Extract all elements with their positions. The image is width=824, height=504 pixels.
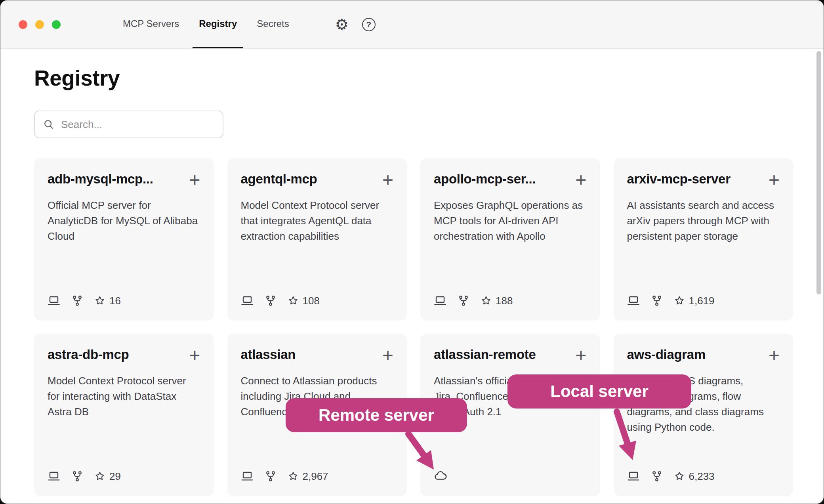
star-rating: 108 xyxy=(288,295,320,307)
star-count: 1,619 xyxy=(689,295,715,307)
add-server-button[interactable]: + xyxy=(189,172,200,187)
laptop-icon xyxy=(48,294,60,307)
laptop-icon xyxy=(48,470,60,483)
fork-icon xyxy=(71,470,83,482)
add-server-button[interactable]: + xyxy=(382,348,393,363)
laptop-icon xyxy=(241,470,254,483)
server-card: aws-diagram + Generate AWS diagrams, seq… xyxy=(614,334,793,496)
server-description: Model Context Protocol server that integ… xyxy=(241,198,394,244)
search-input[interactable] xyxy=(61,118,215,131)
main-tabs: MCP Servers Registry Secrets xyxy=(113,0,299,48)
laptop-icon xyxy=(627,294,640,307)
server-card: apollo-mcp-ser... + Exposes GraphQL oper… xyxy=(420,158,600,321)
zoom-button[interactable] xyxy=(52,20,61,29)
star-count: 2,967 xyxy=(303,470,328,483)
server-card: astra-db-mcp + Model Context Protocol se… xyxy=(34,334,214,496)
titlebar: MCP Servers Registry Secrets ⚙ ? xyxy=(0,0,824,49)
server-description: Exposes GraphQL operations as MCP tools … xyxy=(434,198,587,244)
help-icon: ? xyxy=(362,18,376,31)
search-box xyxy=(34,111,223,138)
add-server-button[interactable]: + xyxy=(769,172,780,187)
traffic-lights xyxy=(19,0,61,48)
settings-button[interactable]: ⚙ xyxy=(335,17,349,32)
fork-icon xyxy=(458,295,469,307)
star-icon xyxy=(288,295,299,306)
server-name: astra-db-mcp xyxy=(48,347,129,362)
help-button[interactable]: ? xyxy=(362,18,376,31)
server-name: aws-diagram xyxy=(627,347,706,362)
star-rating: 16 xyxy=(94,295,121,307)
local-server-annotation: Local server xyxy=(507,374,691,409)
star-rating: 188 xyxy=(481,295,513,307)
star-rating: 2,967 xyxy=(288,470,328,483)
server-description: AI assistants search and access arXiv pa… xyxy=(627,198,780,244)
star-rating: 1,619 xyxy=(674,295,715,307)
star-count: 16 xyxy=(109,295,121,307)
star-icon xyxy=(288,471,299,482)
vertical-scrollbar[interactable] xyxy=(816,51,821,294)
server-description: Official MCP server for AnalyticDB for M… xyxy=(48,198,200,244)
gear-icon: ⚙ xyxy=(335,17,349,32)
add-server-button[interactable]: + xyxy=(189,348,200,363)
star-count: 108 xyxy=(303,295,320,307)
server-card: adb-mysql-mcp... + Official MCP server f… xyxy=(34,158,214,321)
server-name: adb-mysql-mcp... xyxy=(48,172,153,187)
add-server-button[interactable]: + xyxy=(575,348,586,363)
laptop-icon xyxy=(241,294,254,307)
laptop-icon xyxy=(627,470,640,483)
star-icon xyxy=(674,295,685,306)
fork-icon xyxy=(265,470,277,482)
toolbar-divider xyxy=(316,12,316,37)
star-icon xyxy=(481,295,492,306)
star-rating: 29 xyxy=(94,470,121,483)
server-card-grid: adb-mysql-mcp... + Official MCP server f… xyxy=(34,158,793,496)
search-icon xyxy=(43,118,55,130)
star-icon xyxy=(94,471,105,482)
star-icon xyxy=(674,471,685,482)
tab-secrets[interactable]: Secrets xyxy=(250,0,295,48)
fork-icon xyxy=(651,295,663,307)
server-description: Model Context Protocol server for intera… xyxy=(48,373,200,420)
cloud-icon xyxy=(434,469,447,483)
star-icon xyxy=(94,295,105,306)
star-count: 29 xyxy=(109,470,121,483)
server-name: atlassian-remote xyxy=(434,347,536,362)
server-name: agentql-mcp xyxy=(241,172,317,187)
toolbar-actions: ⚙ ? xyxy=(335,0,376,48)
fork-icon xyxy=(265,295,277,307)
add-server-button[interactable]: + xyxy=(769,348,780,363)
laptop-icon xyxy=(434,294,446,307)
server-name: arxiv-mcp-server xyxy=(627,172,731,187)
add-server-button[interactable]: + xyxy=(382,172,393,187)
server-card: arxiv-mcp-server + AI assistants search … xyxy=(614,158,793,321)
fork-icon xyxy=(651,470,663,482)
star-count: 188 xyxy=(496,295,513,307)
tab-registry[interactable]: Registry xyxy=(193,0,243,48)
star-count: 6,233 xyxy=(689,470,715,483)
remote-server-annotation: Remote server xyxy=(286,398,467,432)
server-name: apollo-mcp-ser... xyxy=(434,172,536,187)
star-rating: 6,233 xyxy=(674,470,715,483)
fork-icon xyxy=(71,295,83,307)
close-button[interactable] xyxy=(19,20,27,29)
minimize-button[interactable] xyxy=(35,20,44,29)
server-card: agentql-mcp + Model Context Protocol ser… xyxy=(227,158,407,321)
page-title: Registry xyxy=(34,65,793,91)
app-window: MCP Servers Registry Secrets ⚙ ? Registr… xyxy=(0,0,824,504)
server-name: atlassian xyxy=(241,347,296,362)
tab-mcp-servers[interactable]: MCP Servers xyxy=(116,0,185,48)
add-server-button[interactable]: + xyxy=(575,172,586,187)
